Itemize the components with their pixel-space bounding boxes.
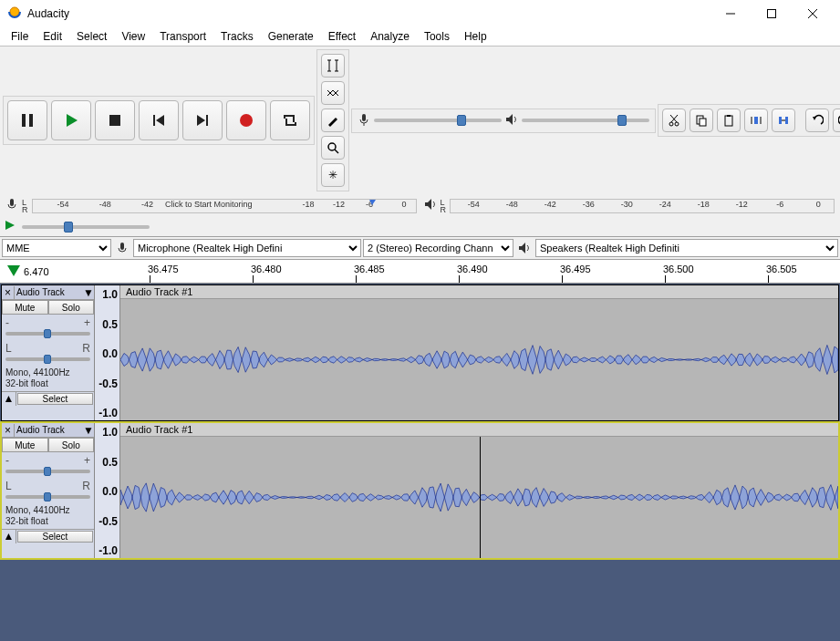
track-name[interactable]: Audio Track <box>15 287 83 297</box>
svg-rect-32 <box>725 116 732 126</box>
playback-volume-slider[interactable] <box>522 119 649 122</box>
pause-button[interactable] <box>7 100 47 140</box>
zoom-tool[interactable] <box>321 136 345 160</box>
transport-toolbar <box>3 96 315 145</box>
timeline-ruler[interactable]: 6.470 36.47536.48036.48536.49036.49536.5… <box>0 260 840 284</box>
mute-button[interactable]: Mute <box>2 438 48 452</box>
device-toolbar: MME Microphone (Realtek High Defini 2 (S… <box>0 237 840 260</box>
play-button[interactable] <box>51 100 91 140</box>
track-close-button[interactable]: × <box>2 424 15 437</box>
svg-point-13 <box>240 114 253 127</box>
gain-slider[interactable] <box>5 332 90 336</box>
skip-start-button[interactable] <box>139 100 179 140</box>
gain-slider[interactable] <box>5 470 90 473</box>
close-button[interactable] <box>792 0 833 27</box>
maximize-button[interactable] <box>751 0 792 27</box>
envelope-tool[interactable] <box>321 81 345 105</box>
svg-rect-6 <box>29 114 33 127</box>
ruler-start-label: 6.470 <box>24 266 49 277</box>
svg-rect-31 <box>700 119 706 126</box>
solo-button[interactable]: Solo <box>48 300 95 315</box>
svg-point-20 <box>328 143 336 150</box>
audio-track[interactable]: ×Audio Track▼MuteSolo-+LRMono, 44100Hz32… <box>1 422 839 559</box>
track-name[interactable]: Audio Track <box>15 425 83 435</box>
vertical-scale[interactable]: 1.00.50.0-0.5-1.0 <box>95 423 120 558</box>
pan-slider[interactable] <box>5 495 90 499</box>
svg-rect-12 <box>206 115 208 126</box>
play-meter-icon[interactable] <box>424 198 437 213</box>
selection-tool[interactable] <box>321 54 345 78</box>
undo-button[interactable] <box>805 109 829 132</box>
track-menu-button[interactable]: ▼ <box>83 286 94 299</box>
svg-point-0 <box>10 7 19 16</box>
speaker-icon <box>505 113 518 129</box>
cut-button[interactable] <box>662 109 686 132</box>
copy-button[interactable] <box>690 109 713 132</box>
playhead-icon[interactable] <box>7 265 20 278</box>
recording-volume-slider[interactable] <box>374 119 502 122</box>
multi-tool[interactable]: ✳ <box>321 163 345 187</box>
menu-edit[interactable]: Edit <box>36 28 69 45</box>
clip-title[interactable]: Audio Track #1 <box>120 423 838 437</box>
vertical-scale[interactable]: 1.00.50.0-0.5-1.0 <box>95 285 120 420</box>
menu-select[interactable]: Select <box>69 28 114 45</box>
menu-analyze[interactable]: Analyze <box>363 28 417 45</box>
minimize-button[interactable] <box>710 0 751 27</box>
record-meter-icon[interactable] <box>5 198 18 213</box>
solo-button[interactable]: Solo <box>48 438 95 452</box>
menu-generate[interactable]: Generate <box>261 28 321 45</box>
clip-title[interactable]: Audio Track #1 <box>120 285 838 299</box>
title-bar: Audacity <box>0 0 840 27</box>
waveform-display[interactable]: Audio Track #1 <box>120 285 838 420</box>
menu-tools[interactable]: Tools <box>417 28 457 45</box>
track-select-button[interactable]: Select <box>17 393 93 405</box>
track-select-button[interactable]: Select <box>17 531 93 543</box>
svg-rect-23 <box>362 114 366 121</box>
pan-slider[interactable] <box>5 357 90 361</box>
menu-view[interactable]: View <box>114 28 152 45</box>
menu-file[interactable]: File <box>4 28 36 45</box>
play-meter[interactable]: -54 -48 -42 -36 -30 -24 -18 -12 -6 0 <box>450 199 835 213</box>
stop-button[interactable] <box>95 100 135 140</box>
waveform-display[interactable]: Audio Track #1 <box>120 423 838 558</box>
mute-button[interactable]: Mute <box>2 300 48 315</box>
audio-host-select[interactable]: MME <box>2 239 111 257</box>
record-meter[interactable]: -54 -48 -42 Click to Start Monitoring -1… <box>32 199 417 213</box>
draw-tool[interactable] <box>321 109 345 132</box>
ruler-tick-label: 36.505 <box>766 264 797 274</box>
svg-line-28 <box>671 115 678 122</box>
record-button[interactable] <box>226 100 266 140</box>
play-at-speed-button[interactable] <box>4 219 16 234</box>
recording-device-select[interactable]: Microphone (Realtek High Defini <box>133 239 361 257</box>
trim-button[interactable] <box>744 109 768 132</box>
ruler-tick-label: 36.475 <box>148 264 179 274</box>
svg-marker-59 <box>425 199 431 210</box>
collapse-button[interactable]: ▲ <box>2 392 16 406</box>
play-speed-slider[interactable] <box>22 225 150 229</box>
recording-channels-select[interactable]: 2 (Stereo) Recording Chann <box>363 239 513 257</box>
record-meter-prompt[interactable]: Click to Start Monitoring <box>165 200 253 209</box>
menu-effect[interactable]: Effect <box>321 28 363 45</box>
paste-button[interactable] <box>717 109 741 132</box>
track-area: ×Audio Track▼MuteSolo-+LRMono, 44100Hz32… <box>0 284 840 641</box>
vscale-label: 0.0 <box>102 485 118 498</box>
ruler-tick-label: 36.480 <box>251 264 282 274</box>
loop-button[interactable] <box>270 100 310 140</box>
playback-device-select[interactable]: Speakers (Realtek High Definiti <box>535 239 838 257</box>
vscale-label: 1.0 <box>102 426 118 439</box>
track-menu-button[interactable]: ▼ <box>83 424 94 437</box>
redo-button[interactable] <box>833 109 840 132</box>
audio-track[interactable]: ×Audio Track▼MuteSolo-+LRMono, 44100Hz32… <box>1 284 839 421</box>
collapse-button[interactable]: ▲ <box>2 530 16 543</box>
svg-rect-34 <box>754 117 758 124</box>
svg-marker-11 <box>197 115 205 126</box>
skip-end-button[interactable] <box>182 100 223 140</box>
silence-button[interactable] <box>772 109 795 132</box>
menu-transport[interactable]: Transport <box>152 28 213 45</box>
svg-point-27 <box>675 122 679 126</box>
svg-rect-38 <box>785 117 788 124</box>
svg-marker-62 <box>519 243 525 253</box>
track-close-button[interactable]: × <box>2 286 15 299</box>
menu-help[interactable]: Help <box>457 28 494 45</box>
menu-tracks[interactable]: Tracks <box>213 28 261 45</box>
